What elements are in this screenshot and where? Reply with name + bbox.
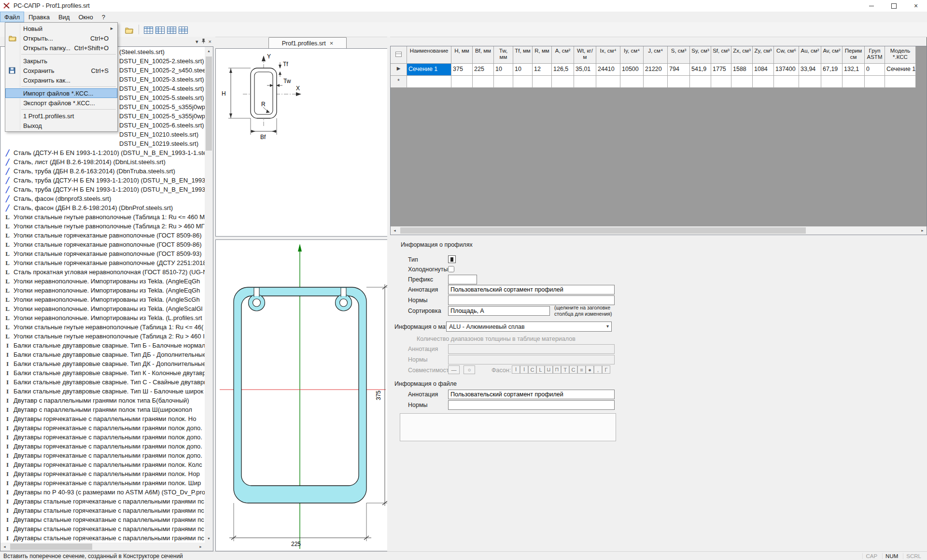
tree-item-35[interactable]: IБалки стальные двутавровые сварные. Тип… xyxy=(0,368,205,378)
tree-item-25[interactable]: LУголки неравнополочные. Импортированы и… xyxy=(0,277,205,286)
tree-hscroll-thumb[interactable] xyxy=(10,544,92,550)
tree-item-13[interactable]: ╱Сталь, труба (ДБН В.2.6-163:2014) (DbnT… xyxy=(0,167,205,176)
grid-cell-10[interactable]: 21220 xyxy=(644,64,668,76)
grid-cell-19[interactable]: 132,1 xyxy=(843,64,865,76)
grid-column-header-10[interactable]: J, см⁴ xyxy=(644,46,668,64)
materials-dropdown[interactable]: ALU - Алюминиевый сплав ▾ xyxy=(446,322,612,332)
grid-new-row-cell-8[interactable] xyxy=(596,76,620,88)
tree-item-20[interactable]: LУголки стальные горячекатаные равнополо… xyxy=(0,231,205,240)
grid-new-row-cell-10[interactable] xyxy=(644,76,668,88)
grid-column-header-19[interactable]: Перим см xyxy=(843,46,865,64)
grid-column-header-1[interactable]: Н, мм xyxy=(451,46,473,64)
grid-new-row-cell-14[interactable] xyxy=(731,76,753,88)
grid-row-selector-new[interactable]: * xyxy=(391,76,407,88)
grid-cell-2[interactable]: 225 xyxy=(473,64,494,76)
grid-column-header-17[interactable]: Au, см² xyxy=(799,46,821,64)
tree-item-15[interactable]: ╱Сталь, труба (ДСТУ-Н Б EN 1993-1-1:2010… xyxy=(0,185,205,194)
grid-new-row-cell-19[interactable] xyxy=(843,76,865,88)
grid-column-header-21[interactable]: Модель *.КСС xyxy=(885,46,916,64)
grid-cell-0[interactable]: Сечение 1 xyxy=(407,64,451,76)
minimize-button[interactable] xyxy=(860,0,883,12)
grid-cell-20[interactable]: 0 xyxy=(865,64,885,76)
scroll-left-icon[interactable]: ◄ xyxy=(391,226,399,235)
tree-item-39[interactable]: IДвутавр с параллельными гранями полок т… xyxy=(0,405,205,414)
grid-cell-18[interactable]: 67,19 xyxy=(821,64,843,76)
grid-cell-21[interactable]: Сечение 1 xyxy=(885,64,916,76)
tree-item-32[interactable]: IБалки стальные двутавровые сварные. Тип… xyxy=(0,341,205,350)
menu-item-11[interactable]: 1 Prof1.profiles.srt xyxy=(5,111,117,121)
grid-cell-12[interactable]: 541,9 xyxy=(690,64,711,76)
tree-item-38[interactable]: IДвутавр с параллельными гранями полок т… xyxy=(0,396,205,405)
grid-cell-3[interactable]: 10 xyxy=(494,64,513,76)
grid-column-header-2[interactable]: Bf, мм xyxy=(473,46,494,64)
table-tool-button-3[interactable] xyxy=(165,24,178,36)
grid-new-row-cell-7[interactable] xyxy=(574,76,596,88)
panel-menu-chevron-icon[interactable]: ▾ xyxy=(196,39,198,45)
tree-item-44[interactable]: IДвутавры горячекатаные с параллельными … xyxy=(0,451,205,460)
tree-item-18[interactable]: LУголки стальные гнутые равнополочные (Т… xyxy=(0,212,205,222)
annotation-input[interactable] xyxy=(448,285,615,294)
tree-item-21[interactable]: LУголки стальные горячекатаные равнополо… xyxy=(0,240,205,249)
grid-new-row-cell-5[interactable] xyxy=(533,76,552,88)
grid-new-row-cell-1[interactable] xyxy=(451,76,473,88)
file-annotation-input[interactable] xyxy=(448,390,615,399)
tree-item-34[interactable]: IБалки стальные двутавровые сварные. Тип… xyxy=(0,359,205,368)
norms-input[interactable] xyxy=(448,295,615,305)
tree-item-33[interactable]: IБалки стальные двутавровые сварные. Тип… xyxy=(0,350,205,359)
grid-new-row-cell-17[interactable] xyxy=(799,76,821,88)
tab-close-icon[interactable]: × xyxy=(330,40,334,46)
grid-new-row-cell-15[interactable] xyxy=(753,76,774,88)
grid-horizontal-scrollbar[interactable]: ◄ ► xyxy=(391,226,927,235)
grid-column-header-7[interactable]: Wt, кг/м xyxy=(574,46,596,64)
tree-item-53[interactable]: IДвутавры стальные горячекатаные с парал… xyxy=(0,533,205,543)
grid-new-row-cell-20[interactable] xyxy=(865,76,885,88)
tree-item-26[interactable]: LУголки неравнополочные. Импортированы и… xyxy=(0,286,205,295)
tree-item-10[interactable]: DSTU_EN_10219.steels.srt) xyxy=(0,139,205,148)
cold-formed-checkbox[interactable] xyxy=(448,266,454,272)
grid-cell-9[interactable]: 10500 xyxy=(620,64,644,76)
tree-item-30[interactable]: LУголки стальные гнутые неравнополочные … xyxy=(0,322,205,332)
grid-column-header-8[interactable]: Ix, см⁴ xyxy=(596,46,620,64)
menubar-item-0[interactable]: Файл xyxy=(0,12,24,22)
grid-cell-14[interactable]: 1588 xyxy=(731,64,753,76)
grid-column-header-13[interactable]: Sf, см³ xyxy=(711,46,731,64)
grid-new-row-cell-6[interactable] xyxy=(552,76,574,88)
grid-cell-4[interactable]: 10 xyxy=(513,64,533,76)
tree-item-27[interactable]: LУголки неравнополочные. Импортированы и… xyxy=(0,295,205,304)
left-vertical-splitter[interactable] xyxy=(213,37,215,551)
tree-item-23[interactable]: LУголки стальные горячекатаные равнополо… xyxy=(0,258,205,267)
tree-item-40[interactable]: IДвутавры горячекатаные с параллельными … xyxy=(0,414,205,423)
grid-cell-11[interactable]: 794 xyxy=(668,64,690,76)
scroll-left-icon[interactable]: ◄ xyxy=(0,543,9,551)
tree-item-48[interactable]: IДвутавры по Р 40-93 (с размерами по AST… xyxy=(0,488,205,497)
table-tool-button-2[interactable] xyxy=(154,24,166,36)
grid-cell-6[interactable]: 126,5 xyxy=(552,64,574,76)
tree-item-19[interactable]: LУголки стальные гнутые равнополочные (Т… xyxy=(0,222,205,231)
grid-new-row-cell-3[interactable] xyxy=(494,76,513,88)
tree-item-52[interactable]: IДвутавры стальные горячекатаные с парал… xyxy=(0,524,205,533)
sorting-input[interactable] xyxy=(448,306,550,316)
tree-item-50[interactable]: IДвутавры стальные горячекатаные с парал… xyxy=(0,506,205,515)
grid-cell-8[interactable]: 24410 xyxy=(596,64,620,76)
pin-icon[interactable] xyxy=(201,38,206,45)
tree-item-36[interactable]: IБалки стальные двутавровые сварные. Тип… xyxy=(0,378,205,387)
grid-column-header-4[interactable]: Tf, мм xyxy=(513,46,533,64)
tree-item-16[interactable]: ╱Сталь, фасон (dbnprof3.steels.srt) xyxy=(0,194,205,203)
tree-item-22[interactable]: LУголки стальные горячекатаные равнополо… xyxy=(0,249,205,258)
tree-item-42[interactable]: IДвутавры горячекатаные с параллельными … xyxy=(0,433,205,442)
grid-new-row-cell-18[interactable] xyxy=(821,76,843,88)
grid-new-row-cell-0[interactable] xyxy=(407,76,451,88)
tree-item-31[interactable]: LУголки стальные гнутые неравнополочные … xyxy=(0,332,205,341)
grid-column-header-20[interactable]: Груп ASTM xyxy=(865,46,885,64)
tree-item-45[interactable]: IДвутавры горячекатаные с параллельными … xyxy=(0,460,205,469)
menu-item-1[interactable]: Открыть...Ctrl+O xyxy=(5,33,117,43)
grid-new-row-cell-11[interactable] xyxy=(668,76,690,88)
table-tool-button-1[interactable] xyxy=(142,24,154,36)
scroll-right-icon[interactable]: ► xyxy=(197,543,205,551)
tree-item-46[interactable]: IДвутавры горячекатаные с параллельными … xyxy=(0,469,205,478)
panel-close-icon[interactable]: × xyxy=(209,39,211,44)
menu-item-8[interactable]: Импорт файлов *.КСС... xyxy=(5,88,117,98)
grid-corner-cell[interactable] xyxy=(391,46,407,64)
open-folder-button[interactable] xyxy=(123,24,136,36)
scroll-up-icon[interactable]: ▲ xyxy=(205,47,213,55)
